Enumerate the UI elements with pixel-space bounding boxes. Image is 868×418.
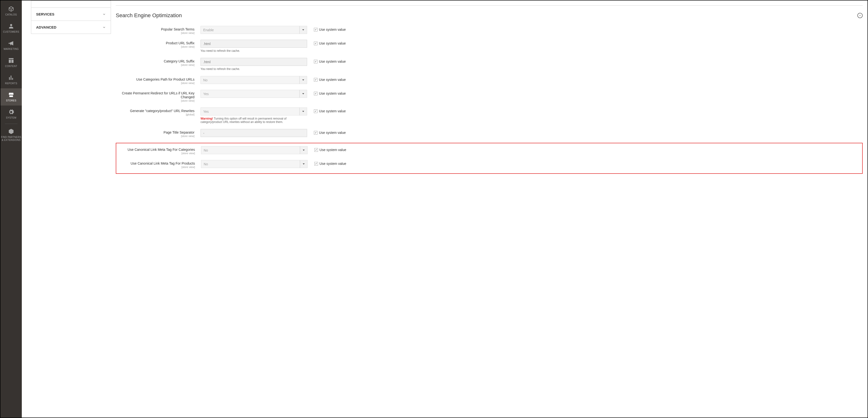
use-system-checkbox[interactable]: ✓ — [314, 148, 318, 152]
field-row-popular-search: Popular Search Terms [store view] Enable… — [116, 26, 863, 34]
store-icon — [8, 92, 14, 98]
sidebar-item-partners[interactable]: FIND PARTNERS & EXTENSIONS — [0, 125, 22, 145]
field-row-use-cat-path: Use Categories Path for Product URLs [st… — [116, 76, 863, 85]
sidebar-label-catalog: CATALOG — [5, 13, 17, 16]
app-root: CATALOG CUSTOMERS MARKETING CONTENT REPO… — [0, 0, 868, 418]
field-row-generate-rewrites: Generate "category/product" URL Rewrites… — [116, 107, 863, 124]
sidebar-item-reports[interactable]: REPORTS — [0, 71, 22, 88]
field-row-canonical-prod: Use Canonical Link Meta Tag For Products… — [116, 160, 862, 168]
use-system-label: Use system value — [319, 41, 346, 45]
sidebar-item-marketing[interactable]: MARKETING — [0, 37, 22, 54]
field-row-category-suffix: Category URL Suffix [store view] You nee… — [116, 58, 863, 71]
sidebar-item-content[interactable]: CONTENT — [0, 54, 22, 71]
section-title: Search Engine Optimization — [116, 12, 182, 19]
field-row-canonical-cat: Use Canonical Link Meta Tag For Categori… — [116, 146, 862, 155]
use-system-label: Use system value — [319, 131, 346, 135]
sidebar-label-stores: STORES — [6, 99, 17, 102]
sidebar-item-system[interactable]: SYSTEM — [0, 105, 22, 123]
sidebar-item-stores[interactable]: STORES — [0, 88, 22, 105]
field-row-redirect: Create Permanent Redirect for URLs if UR… — [116, 90, 863, 102]
settings-panel: Search Engine Optimization Popular Searc… — [116, 0, 863, 410]
product-suffix-input[interactable] — [200, 40, 307, 48]
redirect-select[interactable]: Yes — [200, 90, 307, 98]
sidebar-divider — [5, 124, 18, 124]
use-system-label: Use system value — [319, 60, 346, 63]
use-system-checkbox[interactable]: ✓ — [314, 109, 317, 113]
config-tab-services[interactable]: SERVICES — [31, 8, 111, 21]
settings-top-divider — [116, 5, 863, 6]
field-label: Use Canonical Link Meta Tag For Categori… — [116, 148, 195, 152]
sidebar-item-customers[interactable]: CUSTOMERS — [0, 20, 22, 37]
sidebar-label-partners: FIND PARTNERS & EXTENSIONS — [1, 136, 21, 141]
cube-icon — [8, 6, 14, 12]
category-suffix-input[interactable] — [200, 58, 307, 66]
admin-sidebar: CATALOG CUSTOMERS MARKETING CONTENT REPO… — [0, 0, 22, 418]
config-tab-blank[interactable] — [31, 0, 111, 8]
layout-icon — [8, 57, 14, 64]
puzzle-icon — [8, 128, 14, 135]
config-tab-services-label: SERVICES — [36, 12, 55, 16]
megaphone-icon — [8, 40, 14, 46]
config-tabs-panel: SERVICES ADVANCED — [31, 0, 111, 410]
field-row-page-title-sep: Page Title Separator [store view] ✓ Use … — [116, 129, 863, 137]
sidebar-label-reports: REPORTS — [5, 82, 17, 85]
field-scope: [store view] — [116, 166, 195, 168]
config-tab-advanced[interactable]: ADVANCED — [31, 21, 111, 34]
field-row-product-suffix: Product URL Suffix [store view] You need… — [116, 40, 863, 53]
field-label: Use Canonical Link Meta Tag For Products — [116, 161, 195, 165]
chevron-down-icon — [102, 12, 106, 16]
use-system-checkbox[interactable]: ✓ — [314, 162, 318, 166]
field-label: Page Title Separator — [116, 130, 194, 134]
chevron-down-icon — [102, 26, 106, 29]
popular-search-select[interactable]: Enable — [200, 26, 307, 34]
use-system-label: Use system value — [319, 148, 346, 152]
bar-chart-icon — [8, 74, 14, 81]
canonical-highlight-box: Use Canonical Link Meta Tag For Categori… — [116, 143, 863, 174]
use-system-checkbox[interactable]: ✓ — [314, 42, 317, 45]
field-scope: [store view] — [116, 152, 195, 155]
use-system-label: Use system value — [319, 78, 346, 82]
person-icon — [8, 23, 14, 29]
collapse-section-button[interactable] — [857, 13, 863, 18]
field-scope: [store view] — [116, 135, 194, 137]
generate-rewrites-select[interactable]: Yes — [200, 107, 307, 116]
config-tab-advanced-label: ADVANCED — [36, 25, 56, 29]
use-system-checkbox[interactable]: ✓ — [314, 131, 317, 135]
field-label: Popular Search Terms — [116, 27, 194, 31]
sidebar-label-system: SYSTEM — [6, 117, 17, 119]
field-scope: [store view] — [116, 45, 194, 48]
use-cat-path-select[interactable]: No — [200, 76, 307, 84]
field-note-warning: Warning! Turning this option off will re… — [200, 117, 307, 124]
canonical-cat-select[interactable]: No — [201, 146, 308, 154]
use-system-checkbox[interactable]: ✓ — [314, 92, 317, 95]
use-system-label: Use system value — [319, 162, 346, 166]
use-system-label: Use system value — [319, 28, 346, 31]
field-scope: [store view] — [116, 82, 194, 85]
field-label: Category URL Suffix — [116, 59, 194, 63]
field-scope: [store view] — [116, 63, 194, 66]
use-system-label: Use system value — [319, 92, 346, 95]
field-scope: [store view] — [116, 99, 194, 102]
use-system-label: Use system value — [319, 109, 346, 113]
field-label: Create Permanent Redirect for URLs if UR… — [116, 91, 194, 99]
use-system-checkbox[interactable]: ✓ — [314, 78, 317, 82]
field-note: You need to refresh the cache. — [200, 49, 307, 53]
sidebar-item-catalog[interactable]: CATALOG — [0, 2, 22, 20]
canonical-prod-select[interactable]: No — [201, 160, 308, 168]
sidebar-label-customers: CUSTOMERS — [3, 31, 19, 33]
field-scope: [store view] — [116, 31, 194, 34]
field-label: Generate "category/product" URL Rewrites — [116, 109, 194, 113]
sidebar-label-marketing: MARKETING — [4, 48, 19, 51]
use-system-checkbox[interactable]: ✓ — [314, 28, 317, 31]
section-header: Search Engine Optimization — [116, 12, 863, 19]
chevron-up-icon — [859, 14, 861, 17]
field-note: You need to refresh the cache. — [200, 67, 307, 71]
field-label: Use Categories Path for Product URLs — [116, 77, 194, 81]
sidebar-label-content: CONTENT — [5, 65, 17, 68]
main-content: SERVICES ADVANCED Search Engine Op — [22, 0, 868, 418]
page-title-sep-input[interactable] — [200, 129, 307, 137]
use-system-checkbox[interactable]: ✓ — [314, 60, 317, 63]
gear-icon — [8, 109, 14, 115]
field-scope: [global] — [116, 113, 194, 116]
field-label: Product URL Suffix — [116, 41, 194, 45]
